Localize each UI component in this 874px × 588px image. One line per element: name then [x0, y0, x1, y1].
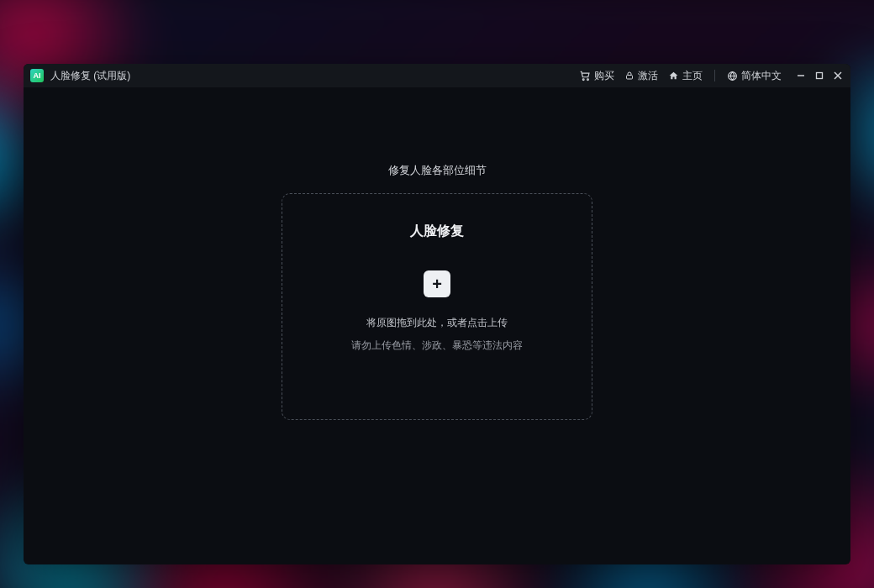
app-window: AI 人脸修复 (试用版) 购买 激活 — [24, 64, 850, 564]
language-selector[interactable]: 简体中文 — [725, 69, 783, 83]
svg-point-0 — [582, 79, 584, 81]
buy-button[interactable]: 购买 — [577, 69, 616, 83]
window-title: 人脸修复 (试用版) — [50, 69, 130, 83]
home-button[interactable]: 主页 — [666, 69, 704, 83]
titlebar: AI 人脸修复 (试用版) 购买 激活 — [24, 64, 850, 87]
maximize-button[interactable] — [813, 70, 825, 81]
dropzone-hint: 将原图拖到此处，或者点击上传 — [366, 316, 508, 330]
divider — [714, 70, 715, 81]
language-label: 简体中文 — [741, 69, 782, 83]
main-content: 修复人脸各部位细节 人脸修复 + 将原图拖到此处，或者点击上传 请勿上传色情、涉… — [24, 87, 850, 564]
activate-button[interactable]: 激活 — [623, 69, 660, 83]
app-logo: AI — [30, 69, 44, 82]
buy-label: 购买 — [594, 69, 614, 83]
dropzone-title: 人脸修复 — [410, 223, 464, 240]
home-icon — [668, 71, 679, 81]
home-label: 主页 — [682, 69, 703, 83]
globe-icon — [727, 71, 738, 81]
window-controls — [795, 70, 844, 81]
upload-dropzone[interactable]: 人脸修复 + 将原图拖到此处，或者点击上传 请勿上传色情、涉政、暴恐等违法内容 — [282, 193, 592, 420]
cart-icon — [579, 70, 591, 81]
svg-rect-2 — [627, 76, 633, 80]
activate-label: 激活 — [638, 69, 658, 83]
svg-rect-5 — [817, 73, 823, 79]
svg-point-1 — [587, 79, 589, 81]
minimize-button[interactable] — [795, 70, 807, 81]
dropzone-warning: 请勿上传色情、涉政、暴恐等违法内容 — [351, 339, 523, 353]
section-title: 修复人脸各部位细节 — [388, 163, 487, 178]
close-button[interactable] — [832, 70, 844, 81]
lock-icon — [624, 71, 634, 81]
upload-button[interactable]: + — [424, 270, 450, 297]
plus-icon: + — [432, 275, 442, 294]
